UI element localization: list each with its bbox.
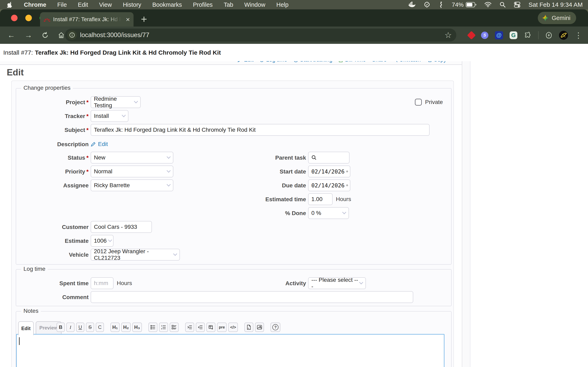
indent-button[interactable] — [185, 323, 194, 332]
menu-file[interactable]: File — [52, 1, 72, 8]
notes-tab-edit[interactable]: Edit — [18, 321, 34, 335]
bill-icon — [338, 61, 343, 62]
menu-help[interactable]: Help — [271, 1, 294, 8]
docker-icon[interactable] — [408, 2, 415, 8]
performance-leaf-icon[interactable] — [545, 32, 553, 39]
menu-bookmarks[interactable]: Bookmarks — [147, 1, 187, 8]
activity-select[interactable]: --- Please select --- — [308, 277, 366, 289]
svg-text:2: 2 — [161, 327, 162, 330]
control-center-icon[interactable] — [514, 2, 520, 8]
action-edit[interactable]: Edit — [237, 61, 254, 63]
tab-title-fade — [107, 15, 121, 24]
italic-button[interactable]: I — [66, 323, 75, 332]
action-unwatch[interactable]: Unwatch — [393, 61, 421, 63]
project-select[interactable]: Redmine Testing — [91, 96, 141, 108]
browser-tab[interactable]: Install #77: Teraflex Jk: Hd Fo × — [40, 12, 134, 26]
window-close-button[interactable] — [11, 15, 17, 21]
code-block-button[interactable]: </> — [228, 323, 238, 332]
issue-header: Install #77: Teraflex Jk: Hd Forged Drag… — [0, 44, 588, 61]
home-button[interactable] — [58, 32, 65, 39]
description-edit-link[interactable]: Edit — [98, 141, 108, 147]
done-select[interactable]: 0 % — [308, 207, 349, 219]
strikethrough-button[interactable]: S — [86, 323, 94, 332]
url-text[interactable]: localhost:3000/issues/77 — [80, 31, 149, 39]
heading2-button[interactable]: H₂ — [121, 323, 131, 332]
subject-input[interactable] — [91, 124, 430, 136]
spent-time-input[interactable] — [91, 277, 113, 289]
action-log-time[interactable]: Log time — [259, 61, 287, 63]
log-time-fieldset: Log time Spent time Hours Activity --- P… — [16, 269, 452, 306]
vehicle-select[interactable]: 2012 Jeep Wrangler - CL212723 — [91, 249, 180, 261]
status-select[interactable]: New — [91, 152, 173, 164]
description-label: Description — [16, 141, 89, 148]
private-checkbox[interactable] — [415, 99, 422, 106]
new-tab-button[interactable]: + — [141, 13, 147, 25]
tracker-select[interactable]: Install — [91, 110, 129, 122]
site-info-icon[interactable] — [67, 30, 77, 40]
spotlight-search-icon[interactable] — [500, 2, 506, 8]
tab-close-icon[interactable]: × — [126, 16, 130, 23]
back-button[interactable]: ← — [7, 31, 15, 40]
browser-menu-icon[interactable]: ⋮ — [575, 31, 582, 39]
task-list-button[interactable] — [170, 323, 179, 332]
grammarly-icon[interactable]: G — [510, 31, 517, 39]
priority-select[interactable]: Normal — [91, 166, 173, 177]
menu-window[interactable]: Window — [239, 1, 271, 8]
ordered-list-button[interactable]: 12 — [159, 323, 168, 332]
insert-image-button[interactable] — [255, 323, 264, 332]
address-bar[interactable]: localhost:3000/issues/77 ☆ — [65, 29, 456, 42]
comment-input[interactable] — [91, 291, 413, 303]
bookmark-star-icon[interactable]: ☆ — [444, 30, 452, 40]
menu-tab[interactable]: Tab — [218, 1, 239, 8]
estimated-time-input[interactable] — [308, 193, 333, 205]
wifi-icon[interactable] — [484, 2, 492, 7]
menubar-extra-icon-2[interactable] — [438, 1, 444, 8]
action-bill-time[interactable]: Bill Time — [338, 61, 366, 63]
forward-button[interactable]: → — [25, 31, 32, 40]
unordered-list-icon — [150, 325, 156, 330]
battery-status[interactable]: 74% — [452, 1, 476, 8]
preformatted-button[interactable]: pre — [217, 323, 227, 332]
customer-input[interactable] — [91, 221, 152, 233]
menu-chrome[interactable]: Chrome — [18, 1, 52, 8]
start-date-label: Start date — [241, 168, 306, 175]
assignee-select[interactable]: Ricky Barrette — [91, 179, 173, 191]
bold-button[interactable]: B — [57, 323, 65, 332]
action-start-tracking[interactable]: Start tracking — [293, 61, 332, 63]
apple-icon[interactable] — [0, 2, 18, 8]
magnifier-icon — [393, 61, 398, 62]
menubar-clock[interactable]: Sat Feb 14 9:34 AM — [528, 1, 583, 8]
change-properties-fieldset: Change properties Project* Redmine Testi… — [16, 88, 452, 265]
start-date-input[interactable]: 02/14/2026 — [308, 166, 350, 177]
help-button[interactable]: ? — [270, 323, 280, 332]
action-copy[interactable]: Copy — [427, 61, 446, 63]
table-button[interactable] — [207, 323, 215, 332]
reload-button[interactable] — [42, 32, 49, 39]
gemini-button[interactable]: Gemini — [538, 12, 576, 24]
menu-edit[interactable]: Edit — [72, 1, 94, 8]
profile-avatar[interactable] — [559, 31, 568, 40]
menubar-extra-icon-1[interactable] — [424, 1, 430, 8]
estimate-select[interactable]: 1006 — [91, 235, 113, 247]
attach-file-button[interactable]: ∞ — [244, 323, 253, 332]
menu-view[interactable]: View — [94, 1, 117, 8]
parent-task-input[interactable] — [308, 152, 350, 164]
due-date-input[interactable]: 02/14/2026 — [308, 179, 350, 191]
heading3-button[interactable]: H₃ — [132, 323, 142, 332]
menu-profiles[interactable]: Profiles — [187, 1, 218, 8]
window-minimize-button[interactable] — [25, 15, 32, 21]
notes-textarea[interactable] — [16, 334, 444, 367]
indent-icon — [187, 325, 192, 330]
outdent-button[interactable] — [196, 323, 205, 332]
extensions-puzzle-icon[interactable] — [524, 31, 532, 39]
extension-icon-1[interactable] — [467, 31, 476, 39]
menu-history[interactable]: History — [117, 1, 147, 8]
underline-button[interactable]: U — [76, 323, 84, 332]
extension-icon-3[interactable]: @ — [495, 31, 503, 39]
estimate-label: Estimate — [16, 238, 89, 244]
inline-code-button[interactable]: C — [96, 323, 104, 332]
action-share[interactable]: Share — [372, 61, 387, 63]
unordered-list-button[interactable] — [148, 323, 157, 332]
heading1-button[interactable]: H₁ — [111, 323, 120, 332]
extension-icon-2[interactable]: S — [481, 32, 488, 39]
